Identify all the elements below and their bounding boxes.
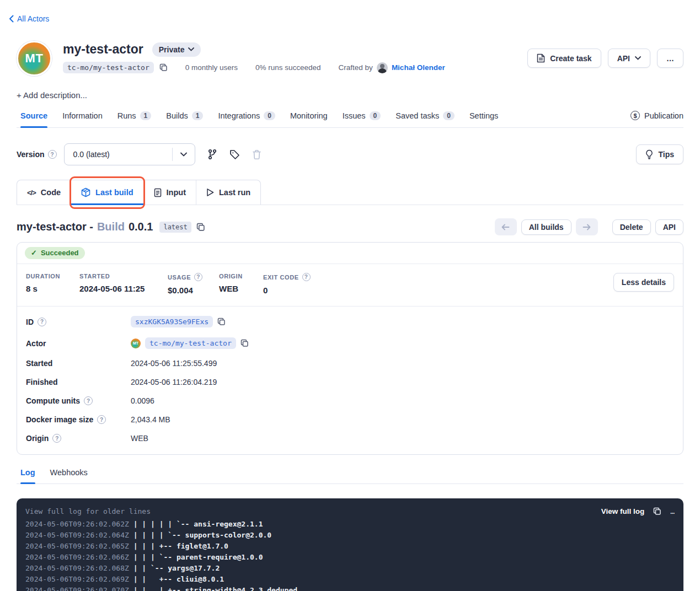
view-full-log-button[interactable]: View full log <box>601 507 645 515</box>
tab-log[interactable]: Log <box>20 468 35 477</box>
chevron-down-icon <box>173 152 195 157</box>
build-id-value[interactable]: sxzKGK5A93Se9FExs <box>131 316 213 327</box>
chevron-down-icon <box>635 56 641 60</box>
log-line: 2024-05-06T09:26:02.070Z | | | +-- strin… <box>25 585 675 591</box>
builds-count-badge: 1 <box>192 111 204 120</box>
build-version: 0.0.1 <box>129 221 153 233</box>
arrow-right-icon <box>583 224 591 230</box>
build-title: my-test-actor - Build 0.0.1 <box>17 221 153 233</box>
build-detail-card: ✓ Succeeded DURATION 8 s STARTED 2024-05… <box>17 242 683 455</box>
breadcrumb[interactable]: All Actors <box>9 14 49 23</box>
help-icon[interactable]: ? <box>38 318 46 326</box>
prev-build-button <box>495 218 517 235</box>
add-description-link[interactable]: + Add description... <box>17 90 87 100</box>
saved-tasks-count-badge: 0 <box>443 111 455 120</box>
check-icon: ✓ <box>31 249 37 257</box>
integrations-count-badge: 0 <box>264 111 275 120</box>
tab-webhooks[interactable]: Webhooks <box>50 468 88 477</box>
dollar-circle-icon: $ <box>630 111 640 120</box>
copy-handle-icon[interactable] <box>159 63 168 72</box>
tab-information[interactable]: Information <box>62 111 103 120</box>
stat-duration: DURATION 8 s <box>26 273 79 295</box>
main-tab-bar: Source Information Runs1 Builds1 Integra… <box>17 111 683 128</box>
code-icon: </> <box>27 189 36 197</box>
more-actions-button[interactable]: … <box>657 49 683 68</box>
delete-button[interactable]: Delete <box>612 219 651 235</box>
build-log-panel: View full log for older lines View full … <box>17 498 683 591</box>
actor-link-pill[interactable]: tc-mo/my-test-actor <box>145 337 236 349</box>
detail-row-finished: Finished 2024-05-06 11:26:04.219 <box>17 373 683 391</box>
trash-icon <box>252 149 261 160</box>
all-builds-button[interactable]: All builds <box>521 219 571 235</box>
actor-handle: tc-mo/my-test-actor <box>63 62 154 73</box>
next-build-button <box>576 218 598 235</box>
runs-count-badge: 1 <box>140 111 152 120</box>
visibility-dropdown[interactable]: Private <box>152 42 201 57</box>
issues-count-badge: 0 <box>370 111 381 120</box>
actor-avatar: MT <box>17 41 52 76</box>
tab-monitoring[interactable]: Monitoring <box>290 111 328 120</box>
tab-runs[interactable]: Runs1 <box>117 111 152 120</box>
version-select-value: 0.0 (latest) <box>65 150 172 159</box>
log-line: 2024-05-06T09:26:02.064Z | | | | `-- sup… <box>25 530 675 541</box>
detail-row-actor: Actor MT tc-mo/my-test-actor <box>17 332 683 354</box>
help-icon[interactable]: ? <box>52 434 61 443</box>
stat-started: STARTED 2024-05-06 11:25 <box>79 273 168 295</box>
api-dropdown-button[interactable]: API <box>608 49 650 68</box>
tab-last-run[interactable]: Last run <box>196 180 260 205</box>
source-tab-bar: </> Code Last build Input Last run <box>17 180 683 205</box>
build-api-button[interactable]: API <box>655 219 683 235</box>
chevron-down-icon <box>188 47 194 51</box>
create-task-button[interactable]: Create task <box>527 49 601 68</box>
publication-link[interactable]: $ Publication <box>630 111 683 120</box>
tips-button[interactable]: Tips <box>636 144 683 164</box>
latest-tag-badge: latest <box>159 222 191 233</box>
tab-builds[interactable]: Builds1 <box>166 111 203 120</box>
ellipsis-icon: … <box>666 54 674 63</box>
tab-saved-tasks[interactable]: Saved tasks0 <box>396 111 455 120</box>
detail-row-compute-units: Compute units? 0.0096 <box>17 391 683 410</box>
tab-input[interactable]: Input <box>143 180 196 205</box>
actor-mini-avatar: MT <box>131 339 141 348</box>
older-lines-notice[interactable]: View full log for older lines <box>25 507 151 515</box>
build-stats-row: DURATION 8 s STARTED 2024-05-06 11:25 US… <box>17 264 683 307</box>
log-lines: 2024-05-06T09:26:02.062Z | | | | | `-- a… <box>25 519 675 591</box>
tab-code[interactable]: </> Code <box>17 180 71 205</box>
log-line: 2024-05-06T09:26:02.062Z | | | | | `-- a… <box>25 519 675 530</box>
copy-log-icon[interactable] <box>653 507 661 515</box>
tab-settings[interactable]: Settings <box>469 111 498 120</box>
copy-build-id-icon[interactable] <box>196 223 205 232</box>
help-icon[interactable]: ? <box>84 396 93 405</box>
author-avatar <box>377 62 388 73</box>
version-label: Version <box>17 150 45 159</box>
author-link[interactable]: Michał Olender <box>392 63 445 72</box>
tab-integrations[interactable]: Integrations0 <box>218 111 275 120</box>
log-line: 2024-05-06T09:26:02.065Z | | | +-- figle… <box>25 541 675 552</box>
tab-last-build[interactable]: Last build <box>71 180 143 205</box>
help-icon[interactable]: ? <box>194 273 202 281</box>
page-title: my-test-actor <box>63 42 143 57</box>
tab-source[interactable]: Source <box>20 111 47 120</box>
help-icon[interactable]: ? <box>48 150 57 159</box>
box-icon <box>81 187 90 197</box>
log-line: 2024-05-06T09:26:02.068Z | | `-- yargs@1… <box>25 563 675 574</box>
log-more-icon[interactable]: … <box>670 507 675 515</box>
copy-id-icon[interactable] <box>217 318 226 326</box>
document-icon <box>537 53 545 63</box>
runs-succeeded-stat: 0% runs succeeded <box>255 63 321 72</box>
build-heading-row: my-test-actor - Build 0.0.1 latest All b… <box>17 218 683 235</box>
help-icon[interactable]: ? <box>302 273 311 281</box>
less-details-button[interactable]: Less details <box>613 273 674 292</box>
stat-origin: ORIGIN WEB <box>219 273 263 295</box>
detail-row-id: ID? sxzKGK5A93Se9FExs <box>17 311 683 332</box>
lightbulb-icon <box>645 149 653 159</box>
tag-icon[interactable] <box>229 149 240 160</box>
git-branch-icon[interactable] <box>207 149 217 160</box>
tab-issues[interactable]: Issues0 <box>343 111 381 120</box>
help-icon[interactable]: ? <box>97 415 106 424</box>
log-line: 2024-05-06T09:26:02.066Z | | | `-- paren… <box>25 552 675 563</box>
copy-actor-icon[interactable] <box>241 339 249 347</box>
detail-row-origin: Origin? WEB <box>17 429 683 448</box>
version-select[interactable]: 0.0 (latest) <box>64 143 195 165</box>
arrow-left-icon <box>501 224 510 230</box>
